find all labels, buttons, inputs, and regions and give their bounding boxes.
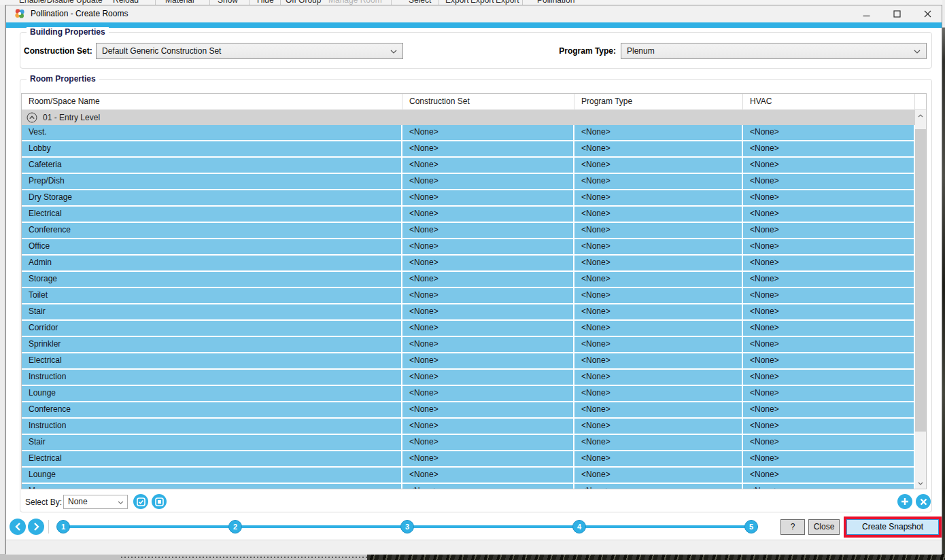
cell-program-type[interactable]: <None> bbox=[574, 304, 743, 321]
cell-hvac[interactable]: <None> bbox=[743, 223, 915, 239]
cell-room-name[interactable]: Instruction bbox=[22, 370, 402, 386]
cell-hvac[interactable]: <None> bbox=[743, 239, 915, 256]
cell-room-name[interactable]: M bbox=[22, 484, 402, 489]
table-scrollbar[interactable] bbox=[915, 110, 926, 489]
cell-program-type[interactable]: <None> bbox=[574, 386, 743, 402]
program-type-dropdown[interactable]: Plenum bbox=[621, 43, 927, 59]
title-bar[interactable]: Pollination - Create Rooms bbox=[6, 5, 942, 22]
cell-room-name[interactable]: Lounge bbox=[22, 386, 402, 402]
cell-hvac[interactable]: <None> bbox=[743, 256, 915, 272]
cell-hvac[interactable]: <None> bbox=[743, 190, 915, 207]
cell-program-type[interactable]: <None> bbox=[574, 207, 743, 223]
column-header-program-type[interactable]: Program Type bbox=[574, 94, 743, 109]
cell-program-type[interactable]: <None> bbox=[574, 125, 743, 141]
scrollbar-down-button[interactable] bbox=[915, 478, 926, 489]
select-all-button[interactable] bbox=[152, 494, 167, 509]
cell-program-type[interactable]: <None> bbox=[574, 353, 743, 370]
cell-hvac[interactable]: <None> bbox=[743, 158, 915, 174]
cell-room-name[interactable]: Corridor bbox=[22, 321, 402, 337]
cell-room-name[interactable]: Conference bbox=[22, 402, 402, 419]
cell-construction-set[interactable]: <None> bbox=[402, 223, 574, 239]
table-row[interactable]: Toilet<None><None><None> bbox=[22, 288, 915, 304]
cell-program-type[interactable]: <None> bbox=[574, 256, 743, 272]
next-step-button[interactable] bbox=[28, 519, 44, 535]
cell-room-name[interactable]: Stair bbox=[22, 435, 402, 451]
table-row[interactable]: Instruction<None><None><None> bbox=[22, 370, 915, 386]
cell-hvac[interactable]: <None> bbox=[743, 321, 915, 337]
table-row[interactable]: Stair<None><None><None> bbox=[22, 435, 915, 451]
table-row[interactable]: Lounge<None><None><None> bbox=[22, 386, 915, 402]
cell-room-name[interactable]: Admin bbox=[22, 256, 402, 272]
cell-construction-set[interactable]: <None> bbox=[402, 125, 574, 141]
cell-construction-set[interactable]: <None> bbox=[402, 141, 574, 158]
cell-construction-set[interactable]: <None> bbox=[402, 435, 574, 451]
wizard-step-1[interactable]: 1 bbox=[56, 520, 70, 533]
table-row[interactable]: Storage<None><None><None> bbox=[22, 272, 915, 288]
cell-construction-set[interactable]: <None> bbox=[402, 419, 574, 435]
wizard-step-5[interactable]: 5 bbox=[744, 520, 758, 533]
cell-program-type[interactable]: <None> bbox=[574, 141, 743, 158]
cell-room-name[interactable]: Lounge bbox=[22, 468, 402, 484]
cell-program-type[interactable]: <None> bbox=[574, 223, 743, 239]
cell-hvac[interactable]: <None> bbox=[743, 484, 915, 489]
table-row[interactable]: Lobby<None><None><None> bbox=[22, 141, 915, 158]
cell-program-type[interactable]: <None> bbox=[574, 337, 743, 353]
cell-room-name[interactable]: Stair bbox=[22, 304, 402, 321]
cell-hvac[interactable]: <None> bbox=[743, 141, 915, 158]
cell-room-name[interactable]: Electrical bbox=[22, 207, 402, 223]
cell-program-type[interactable]: <None> bbox=[574, 402, 743, 419]
cell-construction-set[interactable]: <None> bbox=[402, 158, 574, 174]
table-row[interactable]: Vest.<None><None><None> bbox=[22, 125, 915, 141]
table-row[interactable]: Prep/Dish<None><None><None> bbox=[22, 174, 915, 190]
cell-construction-set[interactable]: <None> bbox=[402, 256, 574, 272]
cell-program-type[interactable]: <None> bbox=[574, 272, 743, 288]
cell-construction-set[interactable]: <None> bbox=[402, 337, 574, 353]
cell-program-type[interactable]: <None> bbox=[574, 174, 743, 190]
cell-program-type[interactable]: <None> bbox=[574, 451, 743, 468]
cell-construction-set[interactable]: <None> bbox=[402, 353, 574, 370]
table-row[interactable]: M<None><None><None> bbox=[22, 484, 915, 489]
cell-construction-set[interactable]: <None> bbox=[402, 288, 574, 304]
cell-room-name[interactable]: Toilet bbox=[22, 288, 402, 304]
table-row[interactable]: Office<None><None><None> bbox=[22, 239, 915, 256]
cell-program-type[interactable]: <None> bbox=[574, 158, 743, 174]
scrollbar-thumb[interactable] bbox=[915, 129, 926, 432]
table-row[interactable]: Dry Storage<None><None><None> bbox=[22, 190, 915, 207]
cell-room-name[interactable]: Office bbox=[22, 239, 402, 256]
table-row[interactable]: Admin<None><None><None> bbox=[22, 256, 915, 272]
wizard-step-2[interactable]: 2 bbox=[228, 520, 242, 533]
table-row[interactable]: Sprinkler<None><None><None> bbox=[22, 337, 915, 353]
cell-hvac[interactable]: <None> bbox=[743, 288, 915, 304]
wizard-step-4[interactable]: 4 bbox=[572, 520, 586, 533]
select-by-dropdown[interactable]: None bbox=[63, 495, 128, 509]
cell-hvac[interactable]: <None> bbox=[743, 402, 915, 419]
table-row[interactable]: Cafeteria<None><None><None> bbox=[22, 158, 915, 174]
create-snapshot-button[interactable]: Create Snapshot bbox=[846, 519, 939, 535]
cell-construction-set[interactable]: <None> bbox=[402, 304, 574, 321]
cell-program-type[interactable]: <None> bbox=[574, 419, 743, 435]
cell-construction-set[interactable]: <None> bbox=[402, 207, 574, 223]
cell-construction-set[interactable]: <None> bbox=[402, 484, 574, 489]
column-header-hvac[interactable]: HVAC bbox=[743, 94, 915, 109]
table-row[interactable]: Corridor<None><None><None> bbox=[22, 321, 915, 337]
cell-room-name[interactable]: Prep/Dish bbox=[22, 174, 402, 190]
wizard-step-3[interactable]: 3 bbox=[400, 520, 414, 533]
cell-room-name[interactable]: Conference bbox=[22, 223, 402, 239]
cell-construction-set[interactable]: <None> bbox=[402, 272, 574, 288]
cell-construction-set[interactable]: <None> bbox=[402, 468, 574, 484]
cell-hvac[interactable]: <None> bbox=[743, 304, 915, 321]
cell-hvac[interactable]: <None> bbox=[743, 272, 915, 288]
cell-room-name[interactable]: Storage bbox=[22, 272, 402, 288]
column-header-room-space-name[interactable]: Room/Space Name bbox=[22, 94, 402, 109]
close-window-button[interactable] bbox=[916, 5, 938, 22]
cell-program-type[interactable]: <None> bbox=[574, 484, 743, 489]
cell-program-type[interactable]: <None> bbox=[574, 321, 743, 337]
cell-hvac[interactable]: <None> bbox=[743, 207, 915, 223]
cell-hvac[interactable]: <None> bbox=[743, 353, 915, 370]
maximize-button[interactable] bbox=[886, 5, 908, 22]
cell-room-name[interactable]: Electrical bbox=[22, 353, 402, 370]
cell-construction-set[interactable]: <None> bbox=[402, 321, 574, 337]
cell-room-name[interactable]: Dry Storage bbox=[22, 190, 402, 207]
cell-hvac[interactable]: <None> bbox=[743, 370, 915, 386]
cell-program-type[interactable]: <None> bbox=[574, 435, 743, 451]
